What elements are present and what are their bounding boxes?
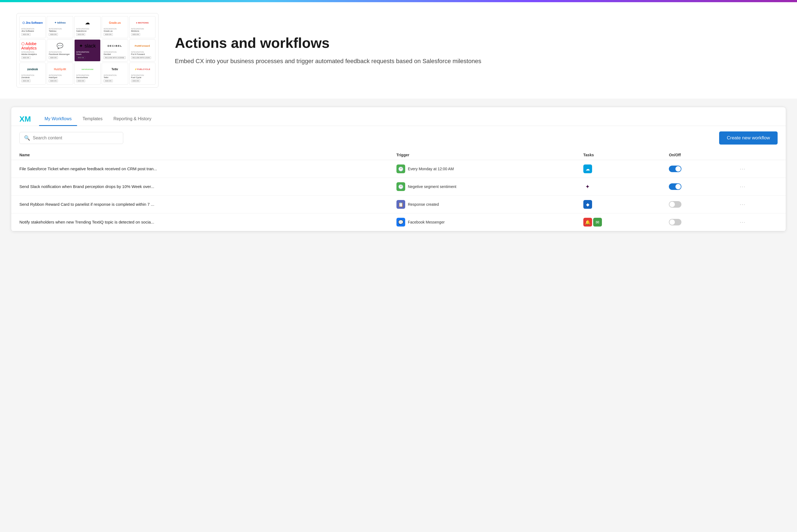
tabs-header: XM My Workflows Templates Reporting & Hi… [11, 107, 786, 126]
table-row: File Salesforce Ticket when negative fee… [11, 160, 786, 178]
integration-card-putitforward[interactable]: PutItForward Integration Put It Forward … [129, 39, 155, 61]
col-onoff: On/Off [661, 150, 732, 160]
toolbar: 🔍 Create new workflow [11, 126, 786, 150]
trigger-cell: 🕐 Every Monday at 12:00 AM [396, 165, 567, 173]
integration-card-servicenow[interactable]: servicenow Integration ServiceNow ADD-ON [74, 62, 100, 85]
workflow-name: Send Slack notification when Brand perce… [19, 184, 154, 189]
col-name: Name [11, 150, 388, 160]
integration-card-imotions[interactable]: ● IMOTIONS Integration iMotions ADD-ON [129, 16, 155, 38]
toggle-on-off[interactable] [669, 166, 681, 172]
integration-card-gradeus[interactable]: Grade.us Integration Grade.us ADD-ON [102, 16, 128, 38]
trigger-icon-clock: 🕐 [396, 182, 405, 191]
integration-grid-container: ⬡ Jira Software Integration Jira Softwar… [16, 13, 158, 88]
tasks-cell: ◆ [583, 200, 652, 209]
xm-logo: XM [19, 115, 31, 124]
more-menu-icon[interactable]: ··· [740, 184, 746, 189]
integration-card-jira[interactable]: ⬡ Jira Software Integration Jira Softwar… [19, 16, 45, 38]
trigger-text: Negetive segment sentiment [408, 185, 456, 189]
integration-card-slack[interactable]: ✦ slack Integration Slack ADD-ON [74, 39, 100, 61]
integration-card-tableau[interactable]: ✦ tableau Integration Tableau ADD-ON [47, 16, 73, 38]
col-trigger: Trigger [388, 150, 575, 160]
hero-subtitle: Embed CX into your business processes an… [175, 57, 781, 65]
tab-templates[interactable]: Templates [77, 113, 108, 126]
trigger-text: Facebook Messenger [408, 220, 445, 224]
task-icon-rybbon: ◆ [583, 200, 592, 209]
search-box[interactable]: 🔍 [19, 132, 123, 144]
trigger-cell: 💬 Facebook Messenger [396, 218, 567, 227]
toggle-on-off[interactable] [669, 183, 681, 190]
trigger-text: Every Monday at 12:00 AM [408, 167, 454, 171]
create-workflow-button[interactable]: Create new workflow [719, 131, 778, 145]
task-icon-slack: ✦ [583, 182, 592, 191]
trigger-icon-clock: 🕐 [396, 165, 405, 173]
integration-card-tethr[interactable]: Tethr Integration Tethr ADD-ON [102, 62, 128, 85]
hero-section: ⬡ Jira Software Integration Jira Softwar… [0, 2, 797, 99]
integration-card-zendesk[interactable]: zendesk Integration Zendesk ADD-ON [19, 62, 45, 85]
tasks-cell: ☁ [583, 165, 652, 173]
tab-reporting-history[interactable]: Reporting & History [108, 113, 157, 126]
more-menu-icon[interactable]: ··· [740, 220, 746, 225]
integration-card-adobe[interactable]: ⬡ Adobe Analytics Integration Adobe Anal… [19, 39, 45, 61]
hero-title: Actions and workflows [175, 35, 781, 51]
toggle-on-off[interactable] [669, 219, 681, 225]
integration-card-decibel[interactable]: DECIBEL Integration Decibel INCLUDE WITH… [102, 39, 128, 61]
search-input[interactable] [33, 135, 118, 140]
integration-grid: ⬡ Jira Software Integration Jira Softwar… [19, 16, 155, 85]
trigger-icon-clipboard: 📋 [396, 200, 405, 209]
top-gradient-bar [0, 0, 797, 2]
integration-card-messenger[interactable]: 💬 Integration Facebook Messenger ADD-ON [47, 39, 73, 61]
tasks-cell: 🔔 ✉ [583, 218, 652, 227]
search-icon: 🔍 [24, 135, 30, 141]
workflow-name: File Salesforce Ticket when negative fee… [19, 166, 157, 171]
integration-card-salesforce[interactable]: ☁ Integration Salesforce ADD-ON [74, 16, 100, 38]
table-row: Send Slack notification when Brand perce… [11, 178, 786, 196]
trigger-icon-messenger: 💬 [396, 218, 405, 227]
tasks-cell: ✦ [583, 182, 652, 191]
task-icon-mail: ✉ [593, 218, 602, 227]
task-icon-salesforce: ☁ [583, 165, 592, 173]
trigger-cell: 📋 Response created [396, 200, 567, 209]
col-tasks: Tasks [575, 150, 661, 160]
tab-my-workflows[interactable]: My Workflows [39, 113, 77, 126]
more-menu-icon[interactable]: ··· [740, 202, 746, 207]
trigger-cell: 🕐 Negetive segment sentiment [396, 182, 567, 191]
trigger-text: Response created [408, 202, 439, 207]
toggle-on-off[interactable] [669, 201, 681, 208]
more-menu-icon[interactable]: ··· [740, 166, 746, 172]
integration-card-fuelcycle[interactable]: ⚡FUELCYCLE Integration Fuel Cycle ADD-ON [129, 62, 155, 85]
workflow-name: Notify stakeholders when new Trending Te… [19, 220, 154, 224]
workflow-name: Send Rybbon Reward Card to panelist if r… [19, 202, 154, 207]
workflow-panel: XM My Workflows Templates Reporting & Hi… [11, 107, 786, 231]
task-icon-bell: 🔔 [583, 218, 592, 227]
table-row: Send Rybbon Reward Card to panelist if r… [11, 196, 786, 213]
hero-text: Actions and workflows Embed CX into your… [175, 35, 781, 65]
table-row: Notify stakeholders when new Trending Te… [11, 213, 786, 231]
workflow-table: Name Trigger Tasks On/Off File Salesforc… [11, 150, 786, 231]
integration-card-hubspot[interactable]: HubSp⚙t Integration HubSpot ADD-ON [47, 62, 73, 85]
